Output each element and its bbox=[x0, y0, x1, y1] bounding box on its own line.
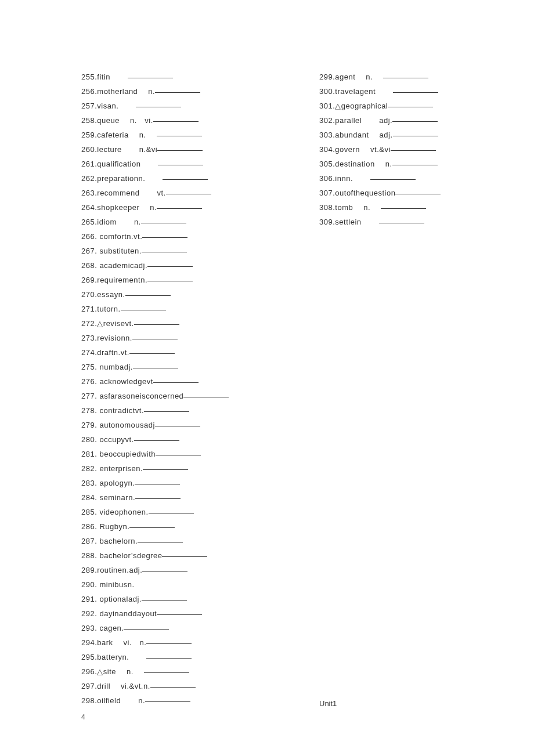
fill-blank[interactable] bbox=[136, 107, 181, 107]
entry-word: asfarasoneisconcerned bbox=[99, 392, 183, 400]
entry-number: 296. bbox=[81, 667, 97, 676]
entry-number: 309. bbox=[319, 218, 335, 226]
fill-blank[interactable] bbox=[141, 223, 186, 223]
fill-blank[interactable] bbox=[150, 687, 196, 688]
entry-word: preparationn. bbox=[97, 174, 145, 183]
fill-blank[interactable] bbox=[370, 179, 416, 180]
fill-blank[interactable] bbox=[395, 194, 441, 194]
entry-word: videophonen. bbox=[99, 508, 148, 516]
fill-blank[interactable] bbox=[153, 382, 199, 383]
fill-blank[interactable] bbox=[124, 629, 169, 630]
entry-number: 268. bbox=[81, 261, 99, 270]
fill-blank[interactable] bbox=[129, 527, 175, 528]
vocab-entry: 296.△siten. bbox=[81, 664, 261, 679]
vocab-entry: 283. apologyn. bbox=[81, 476, 261, 490]
fill-blank[interactable] bbox=[143, 469, 188, 470]
fill-blank[interactable] bbox=[392, 165, 438, 165]
entry-word: △site bbox=[97, 667, 116, 676]
entry-word: bachelor’sdegree bbox=[99, 551, 162, 560]
fill-blank[interactable] bbox=[383, 78, 428, 78]
fill-blank[interactable] bbox=[135, 484, 180, 484]
fill-blank[interactable] bbox=[135, 498, 181, 499]
fill-blank[interactable] bbox=[163, 179, 208, 180]
fill-blank[interactable] bbox=[147, 281, 193, 281]
fill-blank[interactable] bbox=[144, 411, 189, 412]
entry-number: 281. bbox=[81, 450, 99, 458]
fill-blank[interactable] bbox=[128, 78, 173, 78]
fill-blank[interactable] bbox=[133, 368, 178, 368]
entry-word: agent bbox=[335, 73, 355, 81]
fill-blank[interactable] bbox=[149, 513, 194, 513]
fill-blank[interactable] bbox=[388, 107, 433, 107]
entry-number: 274. bbox=[81, 348, 97, 357]
vocab-entry: 309.settlein bbox=[319, 215, 482, 229]
fill-blank[interactable] bbox=[147, 266, 193, 267]
vocab-entry: 262.preparationn. bbox=[81, 171, 261, 186]
fill-blank[interactable] bbox=[391, 150, 436, 151]
entry-number: 275. bbox=[81, 363, 99, 371]
fill-blank[interactable] bbox=[379, 223, 424, 223]
fill-blank[interactable] bbox=[157, 614, 202, 615]
entry-pos: n. bbox=[363, 203, 370, 212]
fill-blank[interactable] bbox=[393, 136, 438, 136]
entry-number: 265. bbox=[81, 218, 97, 226]
fill-blank[interactable] bbox=[381, 208, 426, 209]
fill-blank[interactable] bbox=[155, 426, 200, 426]
fill-blank[interactable] bbox=[145, 701, 190, 702]
vocab-entry: 281. beoccupiedwith bbox=[81, 447, 261, 461]
entry-word: lecture bbox=[97, 145, 122, 154]
vocab-entry: 294.barkvi. n. bbox=[81, 635, 261, 650]
fill-blank[interactable] bbox=[157, 208, 202, 209]
entry-pos: n. bbox=[366, 73, 373, 81]
entry-number: 291. bbox=[81, 595, 99, 603]
vocab-entry: 284. seminarn. bbox=[81, 490, 261, 505]
fill-blank[interactable] bbox=[129, 353, 175, 354]
vocab-entry: 278. contradictvt. bbox=[81, 403, 261, 418]
vocab-entry: 297.drillvi.&vt.n. bbox=[81, 679, 261, 693]
vocab-entry: 307.outofthequestion bbox=[319, 186, 482, 200]
entry-pos: n.&vi bbox=[139, 145, 157, 154]
fill-blank[interactable] bbox=[132, 339, 178, 339]
entry-word: requirementn. bbox=[97, 276, 147, 284]
entry-word: qualification bbox=[97, 160, 140, 168]
fill-blank[interactable] bbox=[142, 600, 187, 601]
entry-number: 302. bbox=[319, 116, 335, 125]
fill-blank[interactable] bbox=[183, 397, 229, 397]
entry-number: 306. bbox=[319, 174, 335, 183]
fill-blank[interactable] bbox=[144, 672, 189, 673]
fill-blank[interactable] bbox=[121, 310, 166, 310]
fill-blank[interactable] bbox=[142, 571, 187, 571]
entry-number: 304. bbox=[319, 145, 335, 154]
fill-blank[interactable] bbox=[134, 440, 179, 441]
fill-blank[interactable] bbox=[134, 324, 179, 325]
entry-number: 279. bbox=[81, 421, 99, 429]
entry-number: 263. bbox=[81, 189, 97, 197]
fill-blank[interactable] bbox=[158, 165, 203, 165]
entry-word: revisionn. bbox=[97, 334, 132, 342]
entry-number: 280. bbox=[81, 435, 99, 444]
fill-blank[interactable] bbox=[142, 237, 187, 238]
entry-number: 270. bbox=[81, 290, 97, 299]
fill-blank[interactable] bbox=[138, 542, 183, 542]
fill-blank[interactable] bbox=[142, 252, 187, 252]
entry-word: recommend bbox=[97, 189, 139, 197]
vocab-entry: 299.agentn. bbox=[319, 70, 482, 84]
vocab-entry: 255.fitin bbox=[81, 70, 261, 84]
fill-blank[interactable] bbox=[125, 295, 171, 296]
vocab-entry: 275. numbadj. bbox=[81, 360, 261, 374]
vocab-entry: 308.tombn. bbox=[319, 200, 482, 215]
fill-blank[interactable] bbox=[392, 121, 438, 122]
page-number: 4 bbox=[81, 713, 85, 721]
fill-blank[interactable] bbox=[157, 136, 202, 136]
entry-pos: vt. bbox=[157, 189, 165, 197]
fill-blank[interactable] bbox=[153, 121, 199, 122]
fill-blank[interactable] bbox=[162, 556, 207, 557]
fill-blank[interactable] bbox=[146, 643, 192, 644]
fill-blank[interactable] bbox=[156, 455, 201, 455]
fill-blank[interactable] bbox=[166, 194, 211, 194]
fill-blank[interactable] bbox=[155, 92, 200, 93]
entry-number: 284. bbox=[81, 493, 99, 502]
fill-blank[interactable] bbox=[146, 658, 192, 659]
fill-blank[interactable] bbox=[157, 150, 203, 151]
fill-blank[interactable] bbox=[393, 92, 438, 93]
